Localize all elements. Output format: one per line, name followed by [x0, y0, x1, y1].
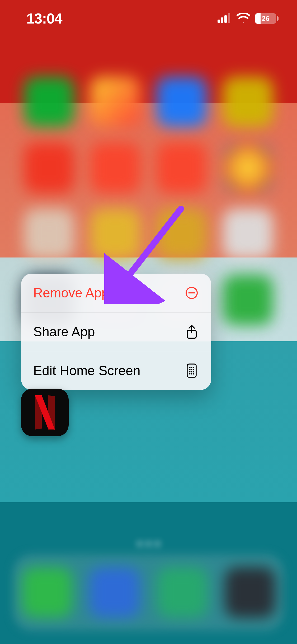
app-context-menu: Remove App Share App Edit Home Screen [21, 274, 211, 390]
svg-point-14 [189, 371, 190, 372]
status-time: 13:04 [26, 10, 62, 27]
wifi-icon [237, 13, 250, 24]
svg-rect-3 [228, 13, 230, 23]
menu-item-label: Edit Home Screen [33, 363, 140, 378]
dock-app-2[interactable] [89, 567, 140, 618]
remove-minus-circle-icon [184, 286, 199, 300]
svg-point-8 [189, 367, 190, 368]
netflix-n-logo-icon [32, 395, 58, 430]
share-app-menu-item[interactable]: Share App [21, 312, 211, 351]
status-indicators: 26 [218, 13, 279, 24]
netflix-app-icon[interactable] [21, 389, 69, 436]
svg-point-19 [193, 373, 194, 374]
dock-app-4[interactable] [225, 567, 275, 618]
svg-rect-1 [221, 17, 223, 23]
menu-item-label: Share App [33, 324, 95, 339]
svg-point-15 [191, 371, 192, 372]
battery-indicator: 26 [255, 13, 279, 24]
dock [13, 557, 284, 628]
svg-rect-7 [187, 364, 196, 377]
share-icon [184, 324, 199, 339]
svg-point-18 [191, 373, 192, 374]
svg-point-16 [193, 371, 194, 372]
svg-point-17 [189, 373, 190, 374]
svg-point-9 [191, 367, 192, 368]
svg-point-11 [189, 369, 190, 370]
battery-percentage: 26 [262, 15, 270, 23]
cellular-signal-icon [218, 13, 232, 24]
svg-point-10 [193, 367, 194, 368]
status-bar: 13:04 26 [0, 0, 297, 37]
edit-home-screen-menu-item[interactable]: Edit Home Screen [21, 351, 211, 390]
dock-app-3[interactable] [157, 567, 208, 618]
dock-app-1[interactable] [22, 567, 72, 618]
svg-rect-0 [218, 20, 220, 23]
remove-app-menu-item[interactable]: Remove App [21, 274, 211, 312]
iphone-home-screen: 13:04 26 [0, 0, 297, 644]
menu-item-label: Remove App [33, 285, 109, 301]
svg-point-13 [193, 369, 194, 370]
svg-rect-2 [224, 15, 227, 23]
page-indicator[interactable] [0, 541, 297, 546]
apps-grid-icon [184, 363, 199, 378]
svg-point-12 [191, 369, 192, 370]
